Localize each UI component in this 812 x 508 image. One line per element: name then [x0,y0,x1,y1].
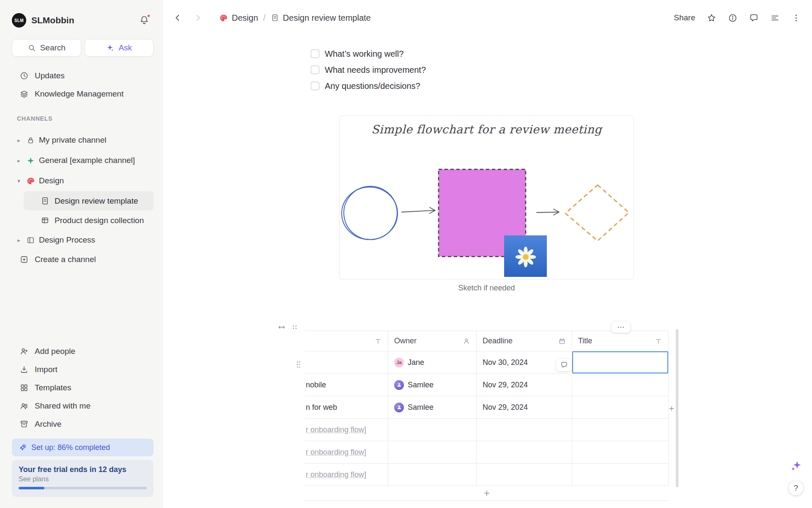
table-scrollbar[interactable] [676,329,678,487]
chevron-right-icon[interactable]: ▸ [15,157,22,164]
doc-label: Product design collection [55,216,144,225]
notifications-bell-icon[interactable] [139,15,150,26]
star-icon[interactable] [706,13,716,23]
sidebar-channel-design-process[interactable]: ▸ Design Process [8,231,154,249]
cell-deadline[interactable] [477,464,572,486]
flow-arrow-1[interactable] [402,207,435,213]
info-icon[interactable] [727,13,738,23]
cell-owner[interactable]: Ja Jane [388,351,477,373]
flow-arrow-2[interactable] [537,209,559,215]
sketch-canvas[interactable]: Simple flowchart for a review meeting [339,116,634,279]
sidebar-channel-design[interactable]: ▾ Design [8,171,154,190]
sidebar-item-add-people[interactable]: Add people [8,342,154,361]
checklist-item-label[interactable]: What’s working well? [325,49,403,59]
cell-owner[interactable]: Samlee [388,396,477,418]
sketch-circle[interactable] [340,182,401,243]
sketch-diamond[interactable] [565,185,629,241]
share-button[interactable]: Share [674,13,695,22]
comments-icon[interactable] [749,13,759,23]
table-header-owner[interactable]: Owner [388,331,477,351]
breadcrumb-channel[interactable]: Design [232,13,258,23]
sidebar-item-templates[interactable]: Templates [8,378,154,397]
daisy-image[interactable] [504,235,547,277]
table-header-title[interactable]: Title [572,331,669,351]
search-icon [27,44,36,52]
chevron-right-icon[interactable]: ▸ [15,137,22,144]
cell-owner[interactable] [388,419,477,441]
sidebar-item-label: Knowledge Management [35,89,123,99]
layout-icon [26,236,35,245]
document-icon [271,14,279,22]
trial-card[interactable]: Your free trial ends in 12 days See plan… [12,460,154,497]
help-button[interactable]: ? [789,481,803,495]
cell-deadline[interactable]: Nov 29, 2024 [477,396,572,418]
table-header-deadline[interactable]: Deadline [477,331,572,351]
column-label: Owner [394,337,417,345]
chevron-right-icon[interactable]: ▸ [15,237,22,243]
row-drag-handle-icon[interactable] [296,360,301,369]
sidebar-item-label: Shared with me [35,401,91,411]
cell-owner[interactable] [388,464,477,486]
cell-name[interactable]: n for web [304,396,388,418]
sidebar-item-shared-with-me[interactable]: Shared with me [8,397,154,415]
sidebar-doc-product-design-collection[interactable]: Product design collection [24,211,154,230]
cell-deadline[interactable] [477,419,572,441]
cell-name-link[interactable]: r onboarding flow] [304,464,388,486]
create-channel-button[interactable]: Create a channel [8,250,154,269]
table-header-name[interactable] [304,331,388,351]
cell-deadline[interactable]: Nov 29, 2024 [477,374,572,396]
document-icon [41,196,49,205]
cell-name[interactable]: nobile [304,374,388,396]
sidebar-item-label: Import [35,365,58,374]
chevron-down-icon[interactable]: ▾ [15,178,22,184]
checkbox[interactable] [311,82,319,90]
cell-title-selected[interactable] [572,351,669,373]
cell-deadline[interactable] [477,441,572,463]
cell-owner[interactable] [388,441,477,463]
cell-comment-button[interactable] [556,359,572,371]
checkbox[interactable] [311,50,319,58]
topbar: Design / Design review template Share [162,0,812,36]
ai-assistant-icon[interactable] [790,460,802,472]
see-plans-link[interactable]: See plans [19,475,147,483]
sidebar-item-updates[interactable]: Updates [8,66,154,85]
cell-title[interactable] [572,441,669,463]
checklist-item-label[interactable]: Any questions/decisions? [325,81,420,91]
forward-icon[interactable] [193,13,203,23]
cell-title[interactable] [572,396,669,418]
cell-title[interactable] [572,419,669,441]
setup-progress-banner[interactable]: Set up: 86% completed [12,439,154,456]
owner-name: Samlee [408,403,433,412]
ask-ai-button[interactable]: Ask [85,39,154,57]
cell-title[interactable] [572,374,669,396]
cell-name-link[interactable]: r onboarding flow] [304,441,388,463]
column-label: Title [578,337,592,345]
resize-horizontal-icon[interactable] [277,323,286,331]
workspace-avatar[interactable]: SLM [12,13,26,28]
sidebar-item-archive[interactable]: Archive [8,415,154,433]
checklist-item: What needs improvement? [311,62,426,78]
table-of-contents-icon[interactable] [770,13,780,23]
drag-dots-icon[interactable] [291,323,299,331]
cell-owner[interactable]: Samlee [388,374,477,396]
kebab-menu-icon[interactable] [791,13,801,23]
checklist-item-label[interactable]: What needs improvement? [325,65,426,75]
workspace-name[interactable]: SLMobbin [31,15,134,25]
breadcrumb-page[interactable]: Design review template [283,13,371,23]
text-type-icon [374,337,382,345]
cell-name-link[interactable]: r onboarding flow] [304,419,388,441]
add-row-button[interactable] [304,486,669,501]
sidebar-item-import[interactable]: Import [8,360,154,379]
cell-name[interactable] [304,351,388,373]
sidebar-item-knowledge-management[interactable]: Knowledge Management [8,85,154,103]
checkbox[interactable] [311,66,319,74]
back-icon[interactable] [173,13,183,23]
sidebar-channel-general[interactable]: ▸ General [example channel] [8,151,154,170]
add-column-button[interactable] [667,403,677,414]
search-button[interactable]: Search [12,39,81,57]
sidebar-channel-my-private-channel[interactable]: ▸ My private channel [8,131,154,149]
cell-title[interactable] [572,464,669,486]
sidebar-doc-design-review-template[interactable]: Design review template [24,191,154,210]
table-icon [41,216,49,225]
breadcrumb-separator: / [262,13,267,23]
